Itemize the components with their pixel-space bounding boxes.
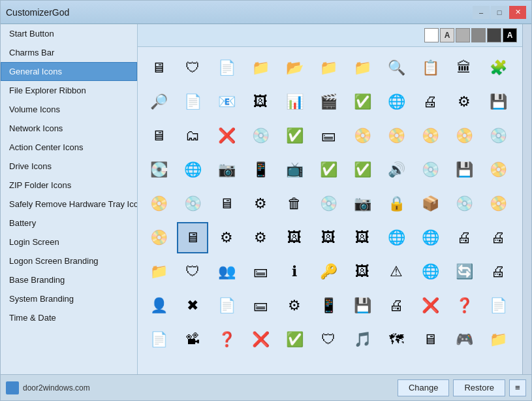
icon-cell-60[interactable]: 🖼: [279, 222, 310, 253]
icon-cell-72[interactable]: 🔑: [313, 256, 344, 287]
icon-cell-11[interactable]: 🧩: [482, 52, 514, 84]
icon-cell-2[interactable]: 🛡: [177, 52, 208, 84]
maximize-button[interactable]: □: [491, 6, 508, 19]
icon-cell-7[interactable]: 📁: [347, 52, 378, 84]
icon-cell-71[interactable]: ℹ: [279, 256, 310, 287]
color-swatch-3[interactable]: [471, 28, 486, 42]
sidebar-item-file-explorer-ribbon[interactable]: File Explorer Ribbon: [1, 81, 137, 100]
icon-cell-31[interactable]: 📀: [415, 120, 446, 152]
icon-cell-41[interactable]: 🔊: [381, 154, 412, 185]
change-button[interactable]: Change: [398, 379, 450, 396]
icon-cell-1[interactable]: 🖥: [143, 52, 174, 84]
sidebar-item-login-screen[interactable]: Login Screen: [1, 233, 137, 251]
icon-cell-56[interactable]: 📀: [143, 222, 174, 253]
icon-cell-35[interactable]: 🌐: [177, 154, 208, 185]
icon-cell-65[interactable]: 🖨: [448, 222, 480, 253]
icon-cell-64[interactable]: 🌐: [415, 222, 446, 253]
icon-cell-63[interactable]: 🌐: [381, 222, 412, 253]
icon-cell-44[interactable]: 📀: [482, 154, 514, 185]
icon-cell-39[interactable]: ✅: [313, 154, 344, 185]
sidebar-item-action-center-icons[interactable]: Action Center Icons: [1, 138, 137, 157]
sidebar-item-zip-folder-icons[interactable]: ZIP Folder Icons: [1, 176, 137, 195]
sidebar-item-system-branding[interactable]: System Branding: [1, 289, 137, 308]
icon-cell-82[interactable]: ⚙: [279, 290, 310, 321]
icon-cell-66[interactable]: 🖨: [482, 222, 514, 253]
sidebar-item-time-date[interactable]: Time & Date: [1, 308, 137, 327]
icon-cell-57[interactable]: 🖥: [177, 222, 208, 253]
icon-cell-37[interactable]: 📱: [245, 154, 276, 185]
icon-cell-30[interactable]: 📀: [381, 120, 412, 152]
icon-cell-61[interactable]: 🖼: [313, 222, 344, 253]
color-swatch-0[interactable]: [424, 28, 439, 42]
icon-cell-54[interactable]: 💿: [448, 188, 480, 219]
icon-cell-40[interactable]: ✅: [347, 154, 378, 185]
sidebar-item-safely-remove[interactable]: Safely Remove Hardware Tray Icon: [1, 195, 137, 214]
icon-cell-14[interactable]: 📧: [211, 86, 242, 118]
sidebar-item-start-button[interactable]: Start Button: [1, 24, 137, 43]
sidebar-item-volume-icons[interactable]: Volume Icons: [1, 100, 137, 119]
icon-cell-50[interactable]: 💿: [313, 188, 344, 219]
icon-cell-25[interactable]: ❌: [211, 120, 242, 152]
icon-cell-91[interactable]: ❓: [211, 324, 242, 355]
restore-button[interactable]: Restore: [453, 379, 505, 396]
icon-cell-92[interactable]: ❌: [245, 324, 276, 355]
icon-cell-17[interactable]: 🎬: [313, 86, 344, 118]
icon-cell-62[interactable]: 🖼: [347, 222, 378, 253]
icon-cell-8[interactable]: 🔍: [381, 52, 412, 84]
icon-cell-94[interactable]: 🛡: [313, 324, 344, 355]
sidebar-item-drive-icons[interactable]: Drive Icons: [1, 157, 137, 176]
icon-cell-74[interactable]: ⚠: [381, 256, 412, 287]
icon-cell-80[interactable]: 📄: [211, 290, 242, 321]
color-swatch-1[interactable]: A: [440, 28, 454, 42]
icon-cell-21[interactable]: ⚙: [448, 86, 480, 118]
color-swatch-5[interactable]: A: [503, 28, 517, 42]
icon-cell-55[interactable]: 📀: [482, 188, 514, 219]
icon-cell-45[interactable]: 📀: [143, 188, 174, 219]
icon-cell-3[interactable]: 📄: [211, 52, 242, 84]
icon-cell-89[interactable]: 📄: [143, 324, 174, 355]
icon-cell-68[interactable]: 🛡: [177, 256, 208, 287]
icon-cell-22[interactable]: 💾: [482, 86, 514, 118]
icon-cell-6[interactable]: 📁: [313, 52, 344, 84]
icon-cell-28[interactable]: 🖴: [313, 120, 344, 152]
icon-cell-9[interactable]: 📋: [415, 52, 446, 84]
icon-cell-24[interactable]: 🗂: [177, 120, 208, 152]
icon-cell-67[interactable]: 📁: [143, 256, 174, 287]
icon-cell-18[interactable]: ✅: [347, 86, 378, 118]
icon-cell-99[interactable]: 📁: [482, 324, 514, 355]
icon-cell-69[interactable]: 👥: [211, 256, 242, 287]
icon-cell-12[interactable]: 🔎: [143, 86, 174, 118]
icon-cell-43[interactable]: 💾: [448, 154, 480, 185]
icon-cell-73[interactable]: 🖼: [347, 256, 378, 287]
icon-cell-97[interactable]: 🖥: [415, 324, 446, 355]
icon-cell-42[interactable]: 💿: [415, 154, 446, 185]
icon-cell-96[interactable]: 🗺: [381, 324, 412, 355]
icon-cell-87[interactable]: ❓: [448, 290, 480, 321]
icon-cell-33[interactable]: 💿: [482, 120, 514, 152]
icon-cell-15[interactable]: 🖼: [245, 86, 276, 118]
icon-cell-90[interactable]: 📽: [177, 324, 208, 355]
icon-cell-19[interactable]: 🌐: [381, 86, 412, 118]
icon-cell-34[interactable]: 💽: [143, 154, 174, 185]
icon-cell-13[interactable]: 📄: [177, 86, 208, 118]
icon-cell-79[interactable]: ✖: [177, 290, 208, 321]
icon-cell-70[interactable]: 🖴: [245, 256, 276, 287]
icon-cell-23[interactable]: 🖥: [143, 120, 174, 152]
icon-cell-20[interactable]: 🖨: [415, 86, 446, 118]
icon-cell-32[interactable]: 📀: [448, 120, 480, 152]
close-button[interactable]: ✕: [509, 6, 526, 19]
menu-button[interactable]: ≡: [509, 379, 526, 396]
icon-cell-27[interactable]: ✅: [279, 120, 310, 152]
icon-cell-52[interactable]: 🔒: [381, 188, 412, 219]
icon-cell-16[interactable]: 📊: [279, 86, 310, 118]
icon-cell-48[interactable]: ⚙: [245, 188, 276, 219]
icon-cell-46[interactable]: 💿: [177, 188, 208, 219]
icon-cell-49[interactable]: 🗑: [279, 188, 310, 219]
icon-cell-47[interactable]: 🖥: [211, 188, 242, 219]
sidebar-item-battery[interactable]: Battery: [1, 214, 137, 233]
icon-cell-77[interactable]: 🖨: [482, 256, 514, 287]
color-swatch-2[interactable]: [456, 28, 470, 42]
icon-cell-98[interactable]: 🎮: [448, 324, 480, 355]
icon-cell-38[interactable]: 📺: [279, 154, 310, 185]
icon-cell-95[interactable]: 🎵: [347, 324, 378, 355]
